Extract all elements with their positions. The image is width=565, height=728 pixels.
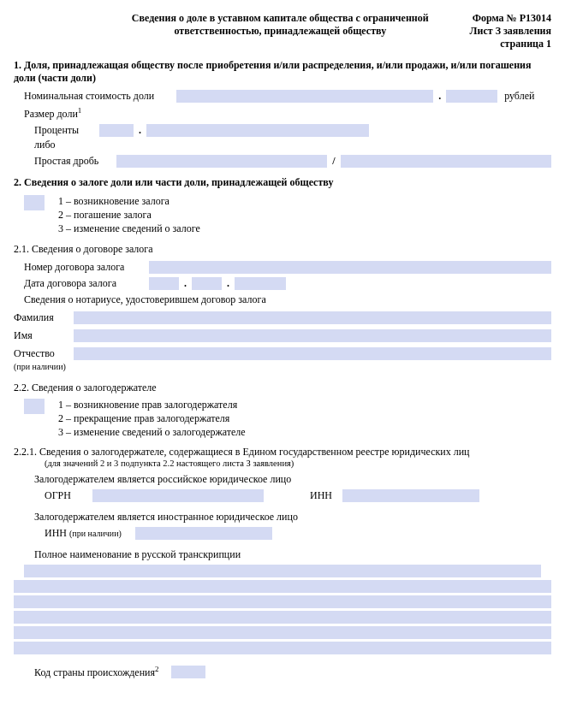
date-dot-2: . [227,277,229,290]
fullname-field-1[interactable] [24,565,541,577]
inn-field[interactable] [342,489,479,502]
foreign-inn-row: ИНН (при наличии) [45,527,551,540]
form-title: Сведения о доле в уставном капитале обще… [91,12,470,38]
ogrn-inn-row: ОГРН ИНН [45,489,551,502]
foreign-inn-label: ИНН (при наличии) [45,527,122,540]
fullname-field-4[interactable] [14,611,551,624]
decimal-dot-2: . [139,124,141,137]
contract-date-row: Дата договора залога . . [24,277,551,290]
size-label: Размер доли1 [24,106,81,121]
percent-row: Проценты . [34,124,551,137]
contract-number-row: Номер договора залога [24,261,551,274]
fraction-label: Простая дробь [34,155,111,168]
form-meta: Форма № Р13014 Лист З заявления страница… [470,12,551,50]
rus-entity-label-row: Залогодержателем является российское юри… [34,473,551,486]
pledge-type-field[interactable] [24,195,45,210]
title-line-2: ответственностью, принадлежащей обществу [98,25,463,38]
firstname-label: Имя [14,329,74,342]
nominal-frac-field[interactable] [446,90,497,103]
fullname-field-2[interactable] [14,580,551,593]
section-2-1-heading: 2.1. Сведения о договоре залога [14,243,551,256]
contract-date-label: Дата договора залога [24,277,144,290]
form-number: Форма № Р13014 [470,12,551,25]
size-row: Размер доли1 [24,106,551,121]
holder-opt-2: 2 – прекращение прав залогодержателя [58,411,246,425]
surname-row: Фамилия [14,311,551,324]
holder-options: 1 – возникновение прав залогодержателя 2… [58,398,246,440]
percent-label: Проценты [34,124,94,137]
surname-label: Фамилия [14,311,74,324]
notary-label-row: Сведения о нотариусе, удостоверившем дог… [24,293,551,306]
country-code-field[interactable] [171,666,205,678]
surname-field[interactable] [74,311,551,324]
date-day-field[interactable] [149,277,179,290]
sheet-label: Лист З заявления [470,25,551,38]
patronymic-row: Отчество(при наличии) [14,347,551,373]
page-label: страница 1 [470,38,551,50]
section-2-heading: 2. Сведения о залоге доли или части доли… [14,176,551,189]
nominal-value-row: Номинальная стоимость доли . рублей [24,90,551,103]
or-label: либо [34,139,94,151]
country-code-label: Код страны происхождения2 [34,665,159,679]
date-year-field[interactable] [235,277,286,290]
section-1-heading: 1. Доля, принадлежащая обществу после пр… [14,59,551,85]
foreign-entity-label: Залогодержателем является иностранное юр… [34,511,298,524]
percent-int-field[interactable] [99,124,134,137]
fraction-row: Простая дробь / [34,155,551,168]
fullname-field-5[interactable] [14,626,551,639]
pledge-opt-3: 3 – изменение сведений о залоге [58,222,200,235]
foreign-entity-label-row: Залогодержателем является иностранное юр… [34,511,551,524]
contract-number-label: Номер договора залога [24,261,144,274]
or-row: либо [34,139,551,151]
date-dot-1: . [184,277,187,290]
fraction-den-field[interactable] [341,155,551,168]
inn-label: ИНН [298,489,332,502]
form-header: Сведения о доле в уставном капитале обще… [14,12,551,50]
fullname-label-row: Полное наименование в русской транскрипц… [34,548,551,561]
fullname-field-6[interactable] [14,642,551,654]
title-line-1: Сведения о доле в уставном капитале обще… [98,12,463,25]
percent-frac-field[interactable] [146,124,369,137]
fraction-slash: / [332,155,335,168]
holder-opt-3: 3 – изменение сведений о залогодержателе [58,425,246,439]
ogrn-field[interactable] [92,489,264,502]
pledge-type-block: 1 – возникновение залога 2 – погашение з… [24,194,551,236]
pledge-opt-1: 1 – возникновение залога [58,194,200,208]
fullname-label: Полное наименование в русской транскрипц… [34,548,241,561]
firstname-row: Имя [14,329,551,342]
notary-label: Сведения о нотариусе, удостоверившем дог… [24,293,266,306]
pledge-options: 1 – возникновение залога 2 – погашение з… [58,194,200,236]
pledge-opt-2: 2 – погашение залога [58,208,200,222]
section-2-2-1-note: (для значений 2 и 3 подпункта 2.2 настоя… [45,459,551,468]
holder-type-block: 1 – возникновение прав залогодержателя 2… [24,398,551,440]
date-month-field[interactable] [192,277,222,290]
ogrn-label: ОГРН [45,489,87,502]
nominal-int-field[interactable] [176,90,433,103]
decimal-dot: . [438,90,441,103]
fullname-field-3[interactable] [14,595,551,608]
section-2-2-1-heading: 2.2.1. Сведения о залогодержателе, содер… [14,446,551,459]
rus-entity-label: Залогодержателем является российское юри… [34,473,291,486]
country-code-row: Код страны происхождения2 [34,665,551,679]
fraction-num-field[interactable] [116,155,327,168]
nominal-label: Номинальная стоимость доли [24,90,154,103]
contract-number-field[interactable] [149,261,551,274]
holder-opt-1: 1 – возникновение прав залогодержателя [58,398,246,411]
rubles-label: рублей [504,90,534,103]
foreign-inn-field[interactable] [135,527,272,540]
firstname-field[interactable] [74,329,551,342]
holder-type-field[interactable] [24,399,45,414]
patronymic-field[interactable] [74,347,551,360]
section-2-2-heading: 2.2. Сведения о залогодержателе [14,382,551,394]
patronymic-label: Отчество(при наличии) [14,347,74,373]
